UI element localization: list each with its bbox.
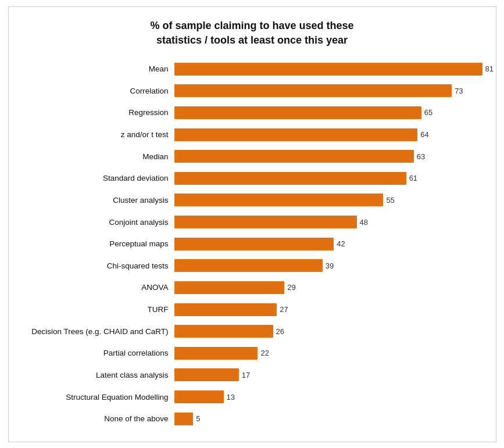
title-line2: statistics / tools at least once this ye… — [156, 34, 348, 46]
bar-value: 61 — [409, 174, 417, 182]
bar-label: Chi-squared tests — [20, 261, 174, 270]
bar-label: Latent class analysis — [20, 371, 174, 379]
table-row: ANOVA29 — [20, 279, 484, 296]
bar-label: Partial correlations — [20, 349, 174, 357]
bar-fill — [174, 63, 482, 76]
bar-label: ANOVA — [20, 283, 174, 292]
bar-fill — [174, 238, 334, 250]
table-row: Chi-squared tests39 — [20, 257, 484, 274]
table-row: Cluster analysis55 — [20, 192, 484, 208]
table-row: z and/or t test64 — [20, 127, 484, 143]
bar-fill — [174, 150, 414, 163]
bar-label: Perceptual maps — [20, 239, 174, 248]
bar-label: Mean — [20, 64, 174, 73]
bar-track: 13 — [174, 390, 484, 403]
table-row: None of the above5 — [20, 411, 484, 427]
table-row: Correlation73 — [20, 83, 484, 99]
bar-label: Cluster analysis — [20, 196, 174, 205]
bar-label: Decision Trees (e.g. CHAID and CaRT) — [20, 327, 174, 336]
table-row: TURF27 — [20, 302, 484, 318]
chart-body: Mean81Correlation73Regression65z and/or … — [20, 58, 484, 430]
bar-value: 39 — [326, 261, 334, 270]
table-row: Perceptual maps42 — [20, 236, 484, 252]
chart-container: % of sample claiming to have used these … — [8, 6, 496, 442]
bar-track: 81 — [174, 63, 494, 76]
table-row: Latent class analysis17 — [20, 367, 484, 383]
table-row: Partial correlations22 — [20, 345, 484, 361]
bar-value: 81 — [485, 64, 494, 73]
bar-track: 27 — [174, 303, 484, 316]
bar-value: 64 — [420, 130, 428, 139]
table-row: Median63 — [20, 148, 484, 164]
bar-track: 42 — [174, 238, 484, 250]
bar-fill — [174, 413, 194, 425]
bar-fill — [174, 172, 406, 185]
table-row: Decision Trees (e.g. CHAID and CaRT)26 — [20, 323, 484, 339]
bar-label: z and/or t test — [20, 130, 174, 139]
bar-fill — [174, 390, 224, 403]
bar-value: 48 — [360, 218, 368, 227]
bar-value: 13 — [227, 393, 235, 402]
bar-track: 26 — [174, 325, 484, 338]
bar-value: 63 — [417, 152, 425, 161]
bar-label: Correlation — [20, 87, 174, 95]
bar-fill — [174, 84, 452, 97]
bar-value: 73 — [455, 87, 463, 95]
table-row: Regression65 — [20, 105, 484, 121]
chart-title: % of sample claiming to have used these … — [20, 19, 484, 48]
bar-fill — [174, 325, 273, 338]
table-row: Conjoint analysis48 — [20, 214, 484, 230]
bar-track: 39 — [174, 259, 484, 272]
bar-track: 64 — [174, 128, 484, 141]
bar-label: Conjoint analysis — [20, 218, 174, 227]
bar-track: 55 — [174, 193, 484, 206]
bar-fill — [174, 368, 239, 381]
bar-value: 55 — [386, 196, 394, 205]
bar-value: 27 — [280, 305, 288, 314]
table-row: Structural Equation Modelling13 — [20, 389, 484, 405]
bar-track: 48 — [174, 216, 484, 228]
bar-track: 29 — [174, 281, 484, 294]
bar-fill — [174, 281, 285, 294]
bar-track: 5 — [174, 413, 484, 425]
bar-fill — [174, 347, 258, 360]
bar-label: Standard deviation — [20, 174, 174, 182]
bar-fill — [174, 259, 323, 272]
bar-value: 65 — [424, 108, 432, 117]
bar-value: 5 — [196, 414, 200, 423]
bar-label: TURF — [20, 305, 174, 314]
title-line1: % of sample claiming to have used these — [150, 20, 353, 31]
bar-label: Median — [20, 152, 174, 161]
bar-value: 42 — [337, 239, 345, 248]
bar-track: 17 — [174, 368, 484, 381]
table-row: Standard deviation61 — [20, 170, 484, 187]
bar-track: 22 — [174, 347, 484, 360]
bar-track: 65 — [174, 106, 484, 119]
bar-fill — [174, 193, 384, 206]
bar-fill — [174, 128, 418, 141]
bar-fill — [174, 106, 421, 119]
bar-value: 26 — [276, 327, 284, 336]
table-row: Mean81 — [20, 61, 484, 77]
bar-value: 22 — [260, 349, 269, 357]
bar-track: 63 — [174, 150, 484, 163]
bar-value: 29 — [287, 283, 295, 292]
bar-label: None of the above — [20, 414, 174, 423]
bar-label: Regression — [20, 108, 174, 117]
bar-fill — [174, 216, 357, 228]
bar-track: 73 — [174, 84, 484, 97]
bar-label: Structural Equation Modelling — [20, 393, 174, 402]
bar-track: 61 — [174, 172, 484, 185]
bar-value: 17 — [242, 371, 250, 379]
bar-fill — [174, 303, 277, 316]
